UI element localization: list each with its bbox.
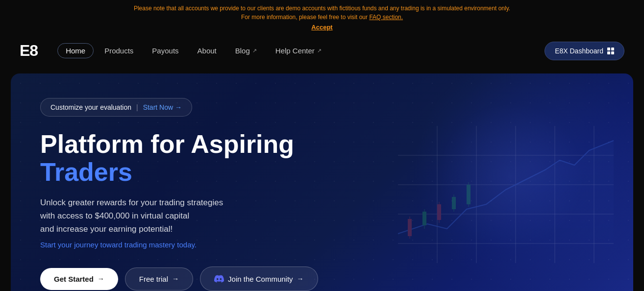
dashboard-button[interactable]: E8X Dashboard [545,42,624,60]
separator: | [136,103,138,111]
header: E8 Home Products Payouts About Blog ↗ He… [0,34,644,68]
external-link-icon: ↗ [252,48,257,54]
hero-wrapper: Customize your evaluation | Start Now → … [0,68,644,291]
faq-link[interactable]: FAQ section. [369,14,403,21]
external-link-icon-2: ↗ [317,48,322,54]
dashboard-label: E8X Dashboard [555,47,603,55]
discord-icon [214,274,224,284]
customize-evaluation-badge[interactable]: Customize your evaluation | Start Now → [40,98,192,117]
nav-item-payouts[interactable]: Payouts [144,44,186,58]
free-trial-button[interactable]: Free trial → [125,267,193,291]
community-label: Join the Community [228,275,293,283]
main-nav: Home Products Payouts About Blog ↗ Help … [57,43,545,58]
customize-label: Customize your evaluation [50,103,131,111]
hero-title-highlight: Traders [40,158,132,186]
arrow-icon-get-started: → [98,275,104,283]
start-now-label: Start Now → [143,103,182,111]
arrow-icon-community: → [297,275,304,283]
get-started-label: Get Started [54,275,94,283]
svg-marker-9 [398,141,614,263]
dashboard-grid-icon [607,48,614,54]
hero-subtitle: Unlock greater rewards for your trading … [40,196,295,236]
hero-title-part1: Platform for Aspiring [40,130,294,158]
notice-bar: Please note that all accounts we provide… [0,0,644,34]
accept-link[interactable]: Accept [10,23,634,32]
nav-item-home[interactable]: Home [57,43,94,58]
nav-item-help-center[interactable]: Help Center ↗ [268,44,329,58]
logo[interactable]: E8 [20,42,38,60]
chart-decoration [398,126,614,263]
notice-text-line2: For more information, please feel free t… [241,14,368,21]
arrow-icon-free-trial: → [172,275,179,283]
nav-item-blog[interactable]: Blog ↗ [227,44,265,58]
arrow-right-icon: → [175,103,182,111]
hero-section: Customize your evaluation | Start Now → … [11,73,633,291]
join-community-button[interactable]: Join the Community → [200,267,318,291]
hero-cta-buttons: Get Started → Free trial → Join the Comm… [40,267,604,291]
notice-text-line1: Please note that all accounts we provide… [134,5,510,12]
hero-title: Platform for Aspiring Traders [40,130,344,186]
get-started-button[interactable]: Get Started → [40,268,118,290]
nav-item-products[interactable]: Products [97,44,141,58]
nav-item-about[interactable]: About [190,44,224,58]
free-trial-label: Free trial [139,275,168,283]
